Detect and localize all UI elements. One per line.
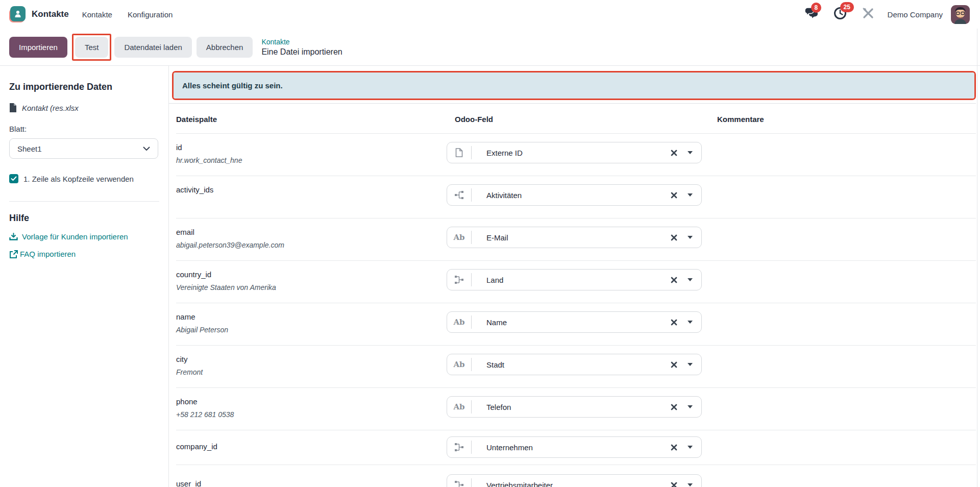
scrollbar-track[interactable]	[977, 29, 977, 487]
dropdown-caret-icon[interactable]	[688, 278, 693, 281]
checkbox-checked-icon[interactable]	[9, 174, 18, 183]
field-label: Aktivitäten	[472, 191, 671, 200]
sheet-label: Blatt:	[9, 125, 159, 133]
many2one-field-icon	[455, 443, 464, 452]
control-panel: Importieren Test Datendatei laden Abbrec…	[0, 29, 980, 66]
clear-field-button[interactable]	[671, 234, 677, 241]
sheet-select-value: Sheet1	[17, 144, 42, 153]
clear-field-button[interactable]	[671, 361, 677, 368]
dropdown-caret-icon[interactable]	[688, 483, 693, 486]
person-icon	[13, 9, 22, 18]
odoo-field-select[interactable]: Ab Name	[447, 311, 702, 333]
sidebar-divider	[9, 201, 159, 202]
file-column-sample: hr.work_contact_hne	[176, 156, 447, 164]
load-data-file-button[interactable]: Datendatei laden	[114, 37, 191, 58]
clear-x-icon	[671, 319, 677, 326]
alert-highlight: Alles scheint gültig zu sein.	[172, 71, 976, 100]
clear-x-icon	[671, 150, 677, 156]
dropdown-caret-icon[interactable]	[688, 151, 693, 154]
dropdown-caret-icon[interactable]	[688, 363, 693, 366]
odoo-field-select[interactable]: Vertriebsmitarbeiter	[447, 474, 702, 487]
import-button[interactable]: Importieren	[9, 37, 67, 58]
activities-button[interactable]: 25	[834, 7, 847, 22]
menu-konfiguration[interactable]: Konfiguration	[128, 10, 173, 19]
checkbox-label: 1. Zeile als Kopfzeile verwenden	[23, 175, 134, 183]
comment-cell	[717, 261, 976, 303]
import-mapping-row: email abigail.peterson39@example.com Ab …	[176, 218, 976, 261]
odoo-field-select[interactable]: Ab Stadt	[447, 354, 702, 375]
import-mapping-row: country_id Vereinigte Staaten von Amerik…	[176, 261, 976, 303]
messages-button[interactable]: 8	[804, 7, 818, 21]
file-name: Kontakt (res.xlsx	[22, 104, 79, 112]
comment-cell	[717, 346, 976, 387]
field-label: Name	[472, 318, 671, 327]
clear-x-icon	[671, 361, 677, 368]
comment-cell	[717, 388, 976, 430]
cancel-button[interactable]: Abbrechen	[197, 37, 253, 58]
dropdown-caret-icon[interactable]	[688, 446, 693, 449]
file-column-sample: +58 212 681 0538	[176, 410, 447, 419]
sheet-select[interactable]: Sheet1	[9, 138, 158, 159]
test-button[interactable]: Test	[75, 37, 109, 58]
app-name[interactable]: Kontakte	[32, 9, 69, 19]
header-comments: Kommentare	[717, 115, 976, 124]
import-rows: id hr.work_contact_hne Externe ID	[176, 134, 976, 487]
file-icon	[9, 103, 17, 112]
dropdown-caret-icon[interactable]	[688, 321, 693, 324]
comment-cell	[717, 134, 976, 176]
sidebar-title: Zu importierende Daten	[9, 82, 159, 92]
import-sidebar: Zu importierende Daten Kontakt (res.xlsx…	[0, 66, 169, 487]
clear-field-button[interactable]	[671, 482, 677, 487]
char-field-icon: Ab	[453, 402, 464, 411]
dropdown-caret-icon[interactable]	[688, 236, 693, 239]
import-mapping-row: name Abigail Peterson Ab Name	[176, 303, 976, 346]
user-avatar[interactable]	[951, 5, 970, 24]
odoo-field-select[interactable]: Aktivitäten	[447, 184, 702, 206]
clear-x-icon	[671, 444, 677, 451]
import-template-link[interactable]: Vorlage für Kunden importieren	[9, 232, 159, 241]
odoo-field-select[interactable]: Unternehmen	[447, 436, 702, 458]
company-name[interactable]: Demo Company	[888, 10, 943, 19]
clear-field-button[interactable]	[671, 192, 677, 199]
import-faq-link[interactable]: FAQ importieren	[9, 250, 159, 258]
contacts-app-icon[interactable]	[9, 6, 26, 23]
file-column-name: name	[176, 312, 447, 321]
field-label: Externe ID	[472, 149, 671, 157]
file-column-name: activity_ids	[176, 185, 447, 194]
odoo-field-select[interactable]: Ab E-Mail	[447, 227, 702, 248]
odoo-field-select[interactable]: Ab Telefon	[447, 396, 702, 418]
file-column-sample: abigail.peterson39@example.com	[176, 241, 447, 249]
comment-cell	[717, 218, 976, 260]
clear-field-button[interactable]	[671, 444, 677, 451]
one2many-field-icon	[455, 190, 464, 200]
breadcrumb-parent-link[interactable]: Kontakte	[261, 37, 342, 46]
import-mapping-row: city Fremont Ab Stadt	[176, 346, 976, 388]
clear-x-icon	[671, 482, 677, 487]
file-column-sample: Vereinigte Staaten von Amerika	[176, 283, 447, 291]
odoo-field-select[interactable]: Externe ID	[447, 142, 702, 163]
debug-tools-button[interactable]	[862, 7, 874, 21]
header-file-column: Dateispalte	[176, 115, 447, 124]
chevron-down-icon	[143, 147, 150, 151]
field-label: Unternehmen	[472, 443, 671, 452]
file-column-name: id	[176, 143, 447, 152]
menu-kontakte[interactable]: Kontakte	[82, 10, 112, 19]
use-first-row-as-header[interactable]: 1. Zeile als Kopfzeile verwenden	[9, 174, 159, 183]
import-mapping-row: user_id Vertriebsmitarbeiter	[176, 465, 976, 487]
dropdown-caret-icon[interactable]	[688, 193, 693, 197]
import-template-label: Vorlage für Kunden importieren	[22, 232, 128, 241]
odoo-field-select[interactable]: Land	[447, 269, 702, 290]
clear-field-button[interactable]	[671, 319, 677, 326]
validation-alert: Alles scheint gültig zu sein.	[174, 72, 974, 99]
clear-field-button[interactable]	[671, 404, 677, 410]
clear-field-button[interactable]	[671, 277, 677, 283]
comment-cell	[717, 430, 976, 465]
comment-cell	[717, 176, 976, 218]
field-label: Land	[472, 276, 671, 284]
file-column-sample: Abigail Peterson	[176, 326, 447, 334]
dropdown-caret-icon[interactable]	[688, 405, 693, 408]
import-table-header: Dateispalte Odoo-Feld Kommentare	[176, 104, 976, 134]
clear-field-button[interactable]	[671, 150, 677, 156]
field-label: Stadt	[472, 360, 671, 369]
breadcrumb: Kontakte Eine Datei importieren	[261, 37, 342, 57]
